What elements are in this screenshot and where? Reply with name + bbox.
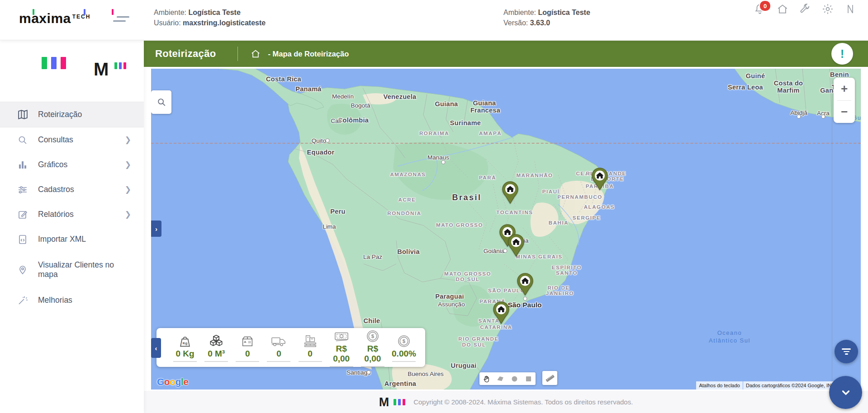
stat-item: 0 M³: [201, 333, 231, 362]
keyboard-shortcuts-link[interactable]: Atalhos do teclado: [696, 381, 743, 390]
map-data-credit[interactable]: Dados cartográficos ©2024 Google, INEGI: [743, 381, 843, 390]
sidebar-item-consultas[interactable]: Consultas ❯: [0, 127, 144, 152]
sidebar-nav: Roteirização ❯ Consultas ❯ Gráficos ❯ Ca…: [0, 102, 144, 313]
settings-gear-icon[interactable]: [821, 3, 834, 15]
stat-item: 0: [264, 333, 294, 362]
maxima-tech-logo: maximaTECH: [19, 11, 109, 31]
svg-text:$: $: [371, 333, 375, 339]
page-title: Roteirização: [155, 48, 216, 60]
sidebar-item-label: Visualizar Clientes no mapa: [38, 260, 123, 279]
cubes-icon: [201, 333, 231, 348]
page-toolbar: Roteirização - Mapa de Roteirização !: [144, 41, 868, 67]
sidebar-item-label: Importar XML: [38, 235, 123, 244]
pin-icon: [17, 264, 29, 276]
panel-expand-button[interactable]: ›: [151, 221, 161, 237]
chevron-down-icon: [840, 387, 852, 399]
notification-badge: 0: [759, 0, 771, 12]
notifications-bell-icon[interactable]: 0: [754, 3, 766, 15]
map-icon: [17, 109, 29, 121]
map-search-button[interactable]: [151, 90, 171, 114]
totals-panel: Kg 0 Kg 0 M³ 0 0 0 R$ 0,00: [157, 328, 425, 367]
stat-value: 0: [264, 349, 294, 359]
stat-item: $ R$ 0,00: [358, 328, 388, 367]
chevron-right-icon: ❯: [125, 135, 131, 145]
map-attribution: Atalhos do teclado Dados cartográficos ©…: [696, 381, 843, 390]
filter-button[interactable]: [835, 340, 858, 363]
stat-value: R$ 0,00: [327, 344, 356, 364]
app-root: maximaTECH Ambiente: Logística Teste Usu…: [0, 0, 868, 413]
sidebar-logo: M: [0, 40, 144, 94]
chevron-right-icon: ❯: [125, 210, 131, 219]
logo-bars-icon: [42, 57, 66, 69]
search-icon: [17, 134, 29, 146]
xml-icon: [17, 234, 29, 245]
client-map-marker[interactable]: [508, 234, 525, 258]
stat-item: R$ 0,00: [327, 328, 356, 367]
svg-text:$: $: [403, 338, 406, 344]
house-pin-icon: [508, 234, 525, 257]
stat-item: $ 0.00%: [389, 333, 419, 362]
logo-m: M: [94, 61, 109, 77]
brand-tick-pink: [112, 9, 114, 15]
stat-value: 0: [232, 349, 262, 359]
scroll-down-button[interactable]: [829, 376, 862, 409]
stat-value: 0 M³: [201, 349, 231, 359]
pan-hand-tool[interactable]: [479, 372, 493, 385]
draw-circle-tool[interactable]: [508, 372, 522, 385]
draw-rectangle-tool[interactable]: [522, 372, 536, 385]
truck-icon: [264, 333, 294, 348]
chevron-right-icon: ❯: [125, 160, 131, 169]
brand-wordmark: maxima: [19, 11, 71, 26]
sliders-icon: [17, 184, 29, 196]
sidebar-item-cadastros[interactable]: Cadastros ❯: [0, 177, 144, 202]
client-map-marker[interactable]: [493, 301, 510, 326]
ruler-icon: [545, 373, 555, 384]
stat-value: 0.00%: [389, 349, 419, 359]
sidebar-item-melhorias[interactable]: Melhorias ❯: [0, 288, 144, 313]
sidebar-item-importar-xml[interactable]: Importar XML ❯: [0, 227, 144, 252]
weight-icon: Kg: [170, 333, 200, 348]
zoom-out-button[interactable]: −: [834, 101, 855, 123]
footer-logo-bars-icon: [394, 399, 405, 405]
environment-user-info: Ambiente: Logística Teste Usuário: maxst…: [154, 7, 266, 28]
pallet-icon: [295, 333, 325, 348]
sidebar-item-label: Melhorias: [38, 296, 123, 305]
sidebar-item-graficos[interactable]: Gráficos ❯: [0, 152, 144, 177]
draw-polygon-tool[interactable]: [493, 372, 508, 385]
stat-value: R$ 0,00: [358, 344, 388, 364]
news-icon[interactable]: [844, 3, 856, 15]
environment-version-info: Ambiente: Logística Teste Versão: 3.63.0: [503, 7, 590, 28]
brand-tech: TECH: [72, 14, 91, 20]
edit-icon: [17, 209, 29, 221]
stat-item: 0: [232, 333, 262, 362]
app-header: maximaTECH Ambiente: Logística Teste Usu…: [0, 0, 868, 40]
logo-m-bars-icon: [114, 62, 126, 69]
menu-hamburger-icon[interactable]: [113, 15, 129, 23]
google-logo[interactable]: Google: [157, 376, 188, 387]
alert-button[interactable]: !: [831, 43, 853, 65]
map-canvas[interactable]: Costa RicaPanamáVenezuelaGuianaGuianaFra…: [151, 69, 861, 390]
sidebar-item-label: Relatórios: [38, 210, 123, 219]
copyright-text: Copyright © 2008-2024. Máxima Sistemas. …: [413, 398, 633, 406]
panel-collapse-button[interactable]: ‹: [151, 338, 161, 358]
sidebar-item-roteirizacao[interactable]: Roteirização ❯: [0, 102, 144, 127]
search-icon: [157, 97, 166, 107]
client-map-marker[interactable]: [517, 273, 534, 297]
svg-text:Kg: Kg: [183, 341, 188, 345]
chevron-right-icon: ❯: [125, 185, 131, 194]
breadcrumb-home-icon[interactable]: [251, 49, 261, 59]
brand-tick-blue: [84, 9, 85, 15]
sidebar-item-relatorios[interactable]: Relatórios ❯: [0, 202, 144, 227]
banknote-icon: [327, 328, 356, 343]
home-icon[interactable]: [776, 3, 788, 15]
tools-wrench-icon[interactable]: [799, 3, 811, 15]
zoom-in-button[interactable]: +: [834, 78, 855, 100]
client-map-marker[interactable]: [591, 168, 608, 192]
coin-icon: $: [389, 333, 419, 348]
measure-ruler-tool[interactable]: [542, 371, 557, 385]
client-map-marker[interactable]: [502, 181, 519, 206]
coin-icon: $: [358, 328, 388, 343]
house-pin-icon: [517, 273, 534, 296]
sidebar-item-visualizar-clientes-no-mapa[interactable]: Visualizar Clientes no mapa ❯: [0, 252, 144, 288]
wand-icon: [17, 295, 29, 306]
